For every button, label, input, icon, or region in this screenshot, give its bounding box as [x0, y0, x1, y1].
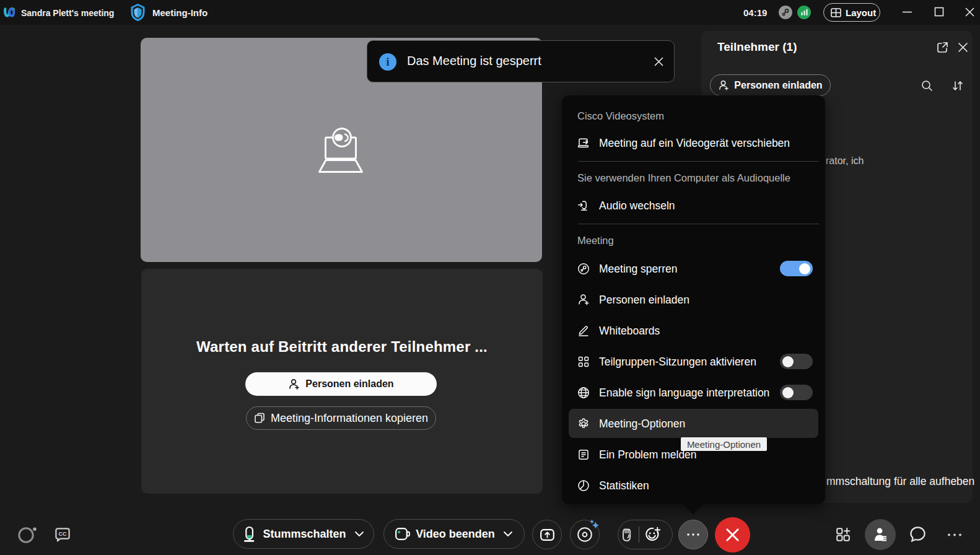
svg-text:CC: CC — [59, 531, 67, 537]
